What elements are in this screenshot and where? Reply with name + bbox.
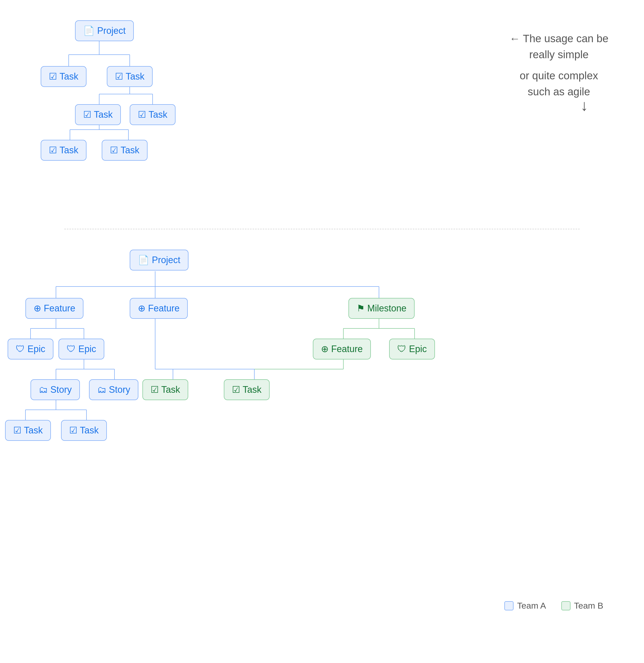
top-task4-node: ☑ Task — [130, 104, 176, 125]
bottom-epic3-node: 🛡 Epic — [389, 339, 435, 360]
check-icon: ☑ — [69, 425, 77, 436]
top-task4-label: Task — [149, 109, 168, 120]
bottom-epic1-node: 🛡 Epic — [8, 339, 53, 360]
bottom-story2-label: Story — [109, 384, 130, 395]
annotation: ← The usage can be really simple or quit… — [509, 30, 608, 100]
check-icon: ☑ — [49, 145, 57, 156]
team-b-label: Team B — [574, 601, 603, 611]
check-icon: ☑ — [110, 145, 118, 156]
bottom-feat2-label: Feature — [148, 303, 180, 314]
plus-icon: ⊕ — [138, 303, 146, 314]
top-task2-label: Task — [126, 71, 145, 82]
shield-icon: 🛡 — [397, 344, 406, 355]
bottom-epic2-node: 🛡 Epic — [59, 339, 104, 360]
bottom-task2-label: Task — [243, 384, 262, 395]
bottom-story1-label: Story — [50, 384, 72, 395]
doc-icon: 📄 — [138, 255, 149, 266]
top-diagram: 📄 Project ☑ Task ☑ Task ☑ Task ☑ Task ☑ … — [0, 0, 644, 229]
bottom-project-node: 📄 Project — [130, 250, 188, 271]
top-task3-label: Task — [94, 109, 113, 120]
shield-icon: 🛡 — [16, 344, 25, 355]
bottom-epic3-label: Epic — [409, 344, 427, 355]
check-icon: ☑ — [83, 109, 91, 120]
top-task5-node: ☑ Task — [41, 140, 87, 161]
top-task6-label: Task — [120, 145, 139, 156]
team-a-swatch — [504, 601, 513, 610]
bottom-task3-node: ☑ Task — [5, 420, 51, 441]
check-icon: ☑ — [13, 425, 21, 436]
top-task6-node: ☑ Task — [102, 140, 148, 161]
team-a-label: Team A — [517, 601, 546, 611]
bottom-task3-label: Task — [24, 425, 43, 436]
check-icon: ☑ — [151, 384, 159, 395]
team-b-swatch — [561, 601, 571, 610]
top-project-label: Project — [97, 25, 126, 36]
doc-icon: 📄 — [83, 25, 95, 36]
bottom-task4-label: Task — [80, 425, 99, 436]
bottom-milestone-node: ⚑ Milestone — [349, 298, 415, 319]
annotation-line4: such as agile — [509, 84, 608, 100]
annotation-line3: or quite complex — [509, 68, 608, 84]
plus-icon: ⊕ — [34, 303, 41, 314]
legend: Team A Team B — [504, 601, 603, 611]
bottom-feat1-node: ⊕ Feature — [25, 298, 84, 319]
top-task1-label: Task — [60, 71, 78, 82]
flag-icon: ⚑ — [357, 303, 365, 314]
bottom-task4-node: ☑ Task — [61, 420, 107, 441]
annotation-line2: really simple — [509, 47, 608, 63]
top-task3-node: ☑ Task — [75, 104, 121, 125]
check-icon: ☑ — [138, 109, 146, 120]
bottom-project-label: Project — [152, 255, 180, 266]
story-icon: 🗂 — [97, 384, 106, 395]
bottom-task1-node: ☑ Task — [142, 379, 188, 400]
check-icon: ☑ — [232, 384, 240, 395]
bottom-epic1-label: Epic — [27, 344, 45, 355]
bottom-diagram: 📄 Project ⊕ Feature ⊕ Feature ⚑ Mileston… — [0, 229, 644, 626]
top-project-node: 📄 Project — [75, 20, 134, 41]
annotation-line1: ← The usage can be — [509, 30, 608, 47]
legend-team-b: Team B — [561, 601, 603, 611]
shield-icon: 🛡 — [67, 344, 76, 355]
bottom-epic2-label: Epic — [78, 344, 96, 355]
check-icon: ☑ — [49, 71, 57, 82]
bottom-story2-node: 🗂 Story — [89, 379, 138, 400]
bottom-feat2-node: ⊕ Feature — [130, 298, 188, 319]
bottom-task2-node: ☑ Task — [224, 379, 270, 400]
bottom-feat3-label: Feature — [331, 344, 363, 355]
check-icon: ☑ — [115, 71, 123, 82]
bottom-story1-node: 🗂 Story — [30, 379, 80, 400]
bottom-feat3-node: ⊕ Feature — [313, 339, 371, 360]
legend-team-a: Team A — [504, 601, 546, 611]
story-icon: 🗂 — [39, 384, 48, 395]
down-arrow-icon: ↓ — [580, 97, 588, 114]
bottom-feat1-label: Feature — [44, 303, 75, 314]
bottom-milestone-label: Milestone — [367, 303, 406, 314]
plus-icon: ⊕ — [321, 344, 329, 355]
top-task5-label: Task — [60, 145, 78, 156]
bottom-task1-label: Task — [161, 384, 180, 395]
top-task2-node: ☑ Task — [107, 66, 153, 87]
top-task1-node: ☑ Task — [41, 66, 87, 87]
